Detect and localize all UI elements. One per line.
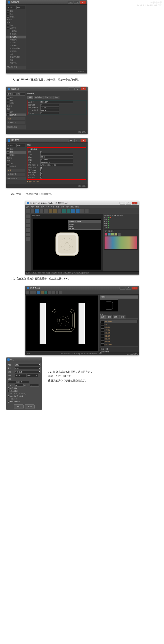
sidebar-item[interactable]: 材质覆写: [10, 27, 16, 30]
diffuse-depth-input[interactable]: 3: [40, 104, 59, 106]
sidebar-item[interactable]: 次帧运动模糊: [10, 47, 20, 50]
depth-select[interactable]: 8 位/通道▾: [14, 370, 41, 374]
sidebar-item[interactable]: 全局光照: [10, 36, 17, 38]
tab[interactable]: 图层: [106, 315, 112, 318]
sidebar-item[interactable]: 全局光照: [10, 165, 16, 168]
minimize-button[interactable]: —: [120, 202, 125, 204]
to-input[interactable]: 0: [20, 380, 29, 383]
layer-item[interactable]: 背景 RGBA: [104, 320, 112, 322]
scale-unit[interactable]: 像素▾: [27, 374, 38, 377]
layer-item[interactable]: 材质环境: [104, 341, 110, 343]
pv-tool-icon[interactable]: [59, 291, 62, 294]
pv-tool-icon[interactable]: [26, 291, 29, 294]
checkbox[interactable]: [7, 25, 9, 26]
close-button[interactable]: ✕: [80, 1, 86, 4]
close-button[interactable]: ✕: [81, 139, 86, 142]
sidebar-item[interactable]: 立体: [10, 24, 13, 27]
tool-icon[interactable]: [26, 223, 30, 228]
tool-icon[interactable]: [85, 209, 89, 213]
format-select[interactable]: PNG: [40, 156, 73, 158]
object-item[interactable]: Oreo: [104, 226, 107, 228]
maximize-button[interactable]: ▢: [126, 287, 131, 290]
from-input[interactable]: 0: [7, 380, 17, 383]
tool-icon[interactable]: [44, 209, 48, 213]
material-swatch[interactable]: [114, 233, 117, 236]
fps-input[interactable]: 20: [14, 384, 24, 386]
object-item[interactable]: 扫描: [104, 222, 107, 224]
pv-tool-icon[interactable]: [37, 291, 40, 294]
tool-icon[interactable]: [49, 209, 53, 213]
tab[interactable]: 辐照缓存: [34, 96, 43, 99]
preset-label[interactable]: 我的渲染设置: [7, 126, 17, 128]
renderer-select[interactable]: 标准: [16, 6, 25, 9]
tool-icon[interactable]: [31, 209, 35, 213]
sidebar-item[interactable]: 选项: [7, 108, 10, 110]
secondary-intensity-input[interactable]: 100 %: [40, 109, 59, 112]
type-select[interactable]: 静帧▾: [14, 363, 41, 366]
menu-item[interactable]: 雕刻: [76, 206, 79, 208]
sidebar-item[interactable]: 立体: [10, 162, 13, 165]
object-item[interactable]: 倒角: [104, 224, 107, 226]
tool-icon[interactable]: [58, 209, 62, 213]
sidebar-item[interactable]: 多通道: [10, 154, 14, 156]
menu-item[interactable]: 动画: [61, 206, 64, 208]
renderer-select[interactable]: 标准: [16, 92, 25, 96]
renderer-select[interactable]: 标准: [16, 144, 25, 147]
close-button[interactable]: ✕: [132, 287, 138, 290]
checkbox[interactable]: [7, 16, 9, 18]
tool-icon[interactable]: [76, 209, 80, 213]
alpha-checkbox[interactable]: [40, 167, 42, 168]
name-select[interactable]: 名称0000.tif: [40, 161, 73, 164]
close-button[interactable]: ✕: [39, 358, 41, 361]
primary-intensity-input[interactable]: 100 %: [40, 106, 59, 109]
menu-item[interactable]: 模拟: [66, 206, 69, 208]
sidebar-item[interactable]: 选项: [7, 160, 10, 162]
object-item[interactable]: 圆环: [104, 218, 107, 220]
layer-item[interactable]: 材质颜色: [104, 326, 110, 328]
layer-item[interactable]: 材质漫射: [104, 329, 110, 331]
file-input[interactable]: [40, 153, 73, 156]
material-swatch[interactable]: [111, 233, 114, 236]
sound-checkbox[interactable]: [40, 177, 42, 178]
menu-item[interactable]: 文件: [26, 206, 29, 208]
pv-tool-icon[interactable]: [41, 291, 44, 294]
menu-item[interactable]: 捕捉: [56, 206, 59, 208]
depth-select[interactable]: 8 位/通道: [40, 158, 73, 161]
viewport[interactable]: 图片查看器 渲染到图片查看器 全部帧 Alpha: [31, 214, 103, 272]
gi-mode-select[interactable]: 辐照缓存: [40, 101, 73, 104]
alpha-checkbox[interactable]: [7, 390, 9, 392]
sidebar-item[interactable]: 柔和滤镜: [10, 44, 17, 47]
sep-alpha-checkbox[interactable]: [40, 172, 42, 174]
checkbox[interactable]: [7, 13, 9, 15]
maximize-button[interactable]: ▢: [126, 202, 131, 204]
sidebar-item[interactable]: 外部效果: [10, 33, 17, 35]
cancel-button[interactable]: 取消: [25, 404, 35, 409]
sidebar-item[interactable]: 焦散: [10, 59, 13, 61]
menu-item[interactable]: 选择: [41, 206, 44, 208]
tool-icon[interactable]: [26, 232, 30, 236]
tool-icon[interactable]: [26, 228, 30, 232]
close-button[interactable]: ✕: [81, 88, 86, 90]
checkbox[interactable]: [7, 100, 9, 101]
sidebar-item[interactable]: 毛发渲染: [10, 50, 17, 53]
material-swatch[interactable]: [104, 233, 107, 236]
sidebar-item[interactable]: 选项: [7, 22, 10, 24]
ok-button[interactable]: 确认: [14, 404, 24, 409]
sidebar-item[interactable]: 抗锯齿: [7, 18, 12, 21]
tab-history[interactable]: 历史: [100, 315, 106, 318]
sidebar-item[interactable]: 保存: [10, 151, 13, 154]
format-select[interactable]: PNG▾: [14, 367, 41, 370]
minimize-button[interactable]: —: [68, 88, 74, 90]
pv-tool-icon[interactable]: [52, 291, 55, 294]
tool-icon[interactable]: [40, 209, 44, 213]
layer-item[interactable]: 材质透明: [104, 335, 110, 337]
pv-tool-icon[interactable]: [55, 291, 59, 294]
tab[interactable]: 缓存文件: [43, 96, 53, 99]
sidebar-item[interactable]: 方位通道: [10, 42, 17, 44]
sidebar-item[interactable]: 矢量运动模糊: [10, 56, 20, 58]
maximize-button[interactable]: ▢: [75, 88, 80, 90]
menu-item[interactable]: 渲染: [71, 206, 74, 208]
minimize-button[interactable]: —: [68, 1, 73, 4]
pv-tool-icon[interactable]: [33, 291, 36, 294]
square-pixel-checkbox[interactable]: [7, 396, 9, 397]
